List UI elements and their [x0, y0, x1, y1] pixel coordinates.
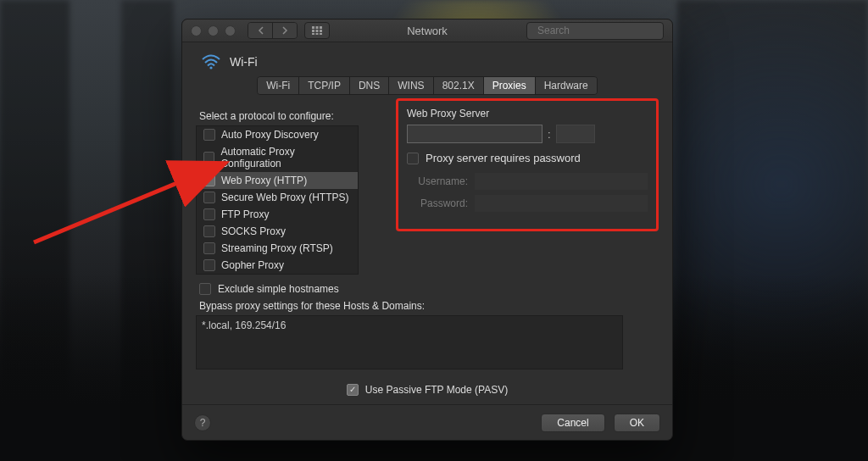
tab-hardware[interactable]: Hardware	[536, 77, 597, 94]
close-dot[interactable]	[191, 25, 202, 36]
username-label: Username:	[407, 175, 468, 187]
search-field-wrap[interactable]	[526, 22, 664, 40]
tab-wifi[interactable]: Wi-Fi	[258, 77, 299, 94]
protocol-row[interactable]: Secure Web Proxy (HTTPS)	[197, 189, 358, 206]
protocol-row[interactable]: SOCKS Proxy	[197, 223, 358, 240]
protocol-row[interactable]: ✓Web Proxy (HTTP)	[197, 172, 358, 189]
wifi-icon	[201, 54, 221, 69]
help-button[interactable]: ?	[194, 414, 211, 431]
traffic-lights	[191, 25, 236, 36]
svg-rect-6	[312, 33, 314, 35]
protocol-label: Gopher Proxy	[221, 259, 284, 271]
protocol-row[interactable]: Gopher Proxy	[197, 257, 358, 274]
proxy-host-input[interactable]	[407, 125, 542, 143]
protocol-checkbox[interactable]	[203, 129, 215, 141]
svg-rect-1	[316, 26, 319, 29]
password-label: Password:	[407, 197, 468, 209]
tab-tcpip[interactable]: TCP/IP	[299, 77, 350, 94]
host-port-separator: :	[548, 128, 551, 141]
protocol-row[interactable]: FTP Proxy	[197, 206, 358, 223]
grid-icon	[312, 26, 322, 35]
show-all-button[interactable]	[304, 22, 330, 39]
protocol-select-label: Select a protocol to configure:	[199, 110, 391, 122]
svg-rect-7	[316, 33, 319, 35]
svg-point-11	[209, 66, 212, 69]
protocol-checkbox[interactable]	[203, 208, 215, 220]
protocol-label: SOCKS Proxy	[221, 225, 286, 237]
username-input[interactable]	[475, 173, 648, 190]
back-button[interactable]	[248, 23, 272, 38]
protocol-label: Auto Proxy Discovery	[221, 129, 319, 141]
svg-rect-5	[320, 30, 322, 32]
chevron-right-icon	[282, 26, 288, 35]
tab-proxies[interactable]: Proxies	[484, 77, 536, 94]
protocol-label: Streaming Proxy (RTSP)	[221, 242, 333, 254]
titlebar: Network	[182, 19, 672, 42]
proxy-server-label: Web Proxy Server	[407, 108, 648, 119]
exclude-hostnames-checkbox[interactable]	[199, 283, 211, 295]
forward-button[interactable]	[272, 23, 297, 38]
footer: ? Cancel OK	[182, 404, 672, 440]
interface-name: Wi-Fi	[230, 55, 258, 69]
protocol-label: FTP Proxy	[221, 208, 269, 220]
proxy-port-input[interactable]	[556, 125, 595, 143]
requires-password-label: Proxy server requires password	[426, 152, 581, 164]
tab-dns[interactable]: DNS	[350, 77, 389, 94]
protocol-checkbox[interactable]	[203, 192, 215, 203]
tab-bar: Wi-FiTCP/IPDNSWINS802.1XProxiesHardware	[257, 76, 597, 95]
chevron-left-icon	[258, 26, 264, 35]
cancel-button[interactable]: Cancel	[541, 414, 604, 432]
svg-rect-0	[312, 26, 314, 29]
bypass-label: Bypass proxy settings for these Hosts & …	[199, 300, 659, 312]
tab-8021x[interactable]: 802.1X	[434, 77, 484, 94]
protocol-label: Automatic Proxy Configuration	[220, 146, 351, 169]
protocol-checkbox[interactable]	[203, 259, 215, 271]
search-input[interactable]	[536, 24, 666, 37]
zoom-dot[interactable]	[225, 25, 236, 36]
passive-ftp-checkbox[interactable]: ✓	[347, 384, 359, 396]
protocol-row[interactable]: Automatic Proxy Configuration	[197, 143, 358, 172]
protocol-list: Auto Proxy DiscoveryAutomatic Proxy Conf…	[196, 125, 359, 275]
nav-back-forward	[248, 22, 298, 39]
requires-password-checkbox[interactable]	[407, 153, 419, 164]
exclude-hostnames-label: Exclude simple hostnames	[218, 283, 339, 295]
svg-rect-3	[312, 30, 314, 32]
svg-rect-4	[316, 30, 319, 32]
protocol-checkbox[interactable]	[203, 152, 214, 164]
highlight-annotation: Web Proxy Server : Proxy server requires…	[396, 98, 659, 231]
password-input[interactable]	[475, 195, 648, 212]
passive-ftp-label: Use Passive FTP Mode (PASV)	[365, 384, 508, 396]
preferences-window: Network Wi-Fi Wi-FiTCP/IPDNSWINS802.1XPr…	[181, 19, 673, 441]
content-area: Wi-Fi Wi-FiTCP/IPDNSWINS802.1XProxiesHar…	[182, 42, 672, 404]
ok-button[interactable]: OK	[614, 414, 660, 432]
protocol-label: Secure Web Proxy (HTTPS)	[221, 192, 348, 203]
protocol-row[interactable]: Auto Proxy Discovery	[197, 126, 358, 143]
bypass-textarea[interactable]	[196, 315, 623, 369]
protocol-checkbox[interactable]	[203, 225, 215, 237]
protocol-row[interactable]: Streaming Proxy (RTSP)	[197, 240, 358, 257]
svg-rect-8	[320, 33, 322, 35]
protocol-label: Web Proxy (HTTP)	[221, 175, 307, 186]
minimize-dot[interactable]	[208, 25, 219, 36]
protocol-checkbox[interactable]: ✓	[203, 175, 215, 186]
protocol-checkbox[interactable]	[203, 242, 215, 254]
tab-wins[interactable]: WINS	[389, 77, 433, 94]
svg-rect-2	[320, 26, 322, 29]
